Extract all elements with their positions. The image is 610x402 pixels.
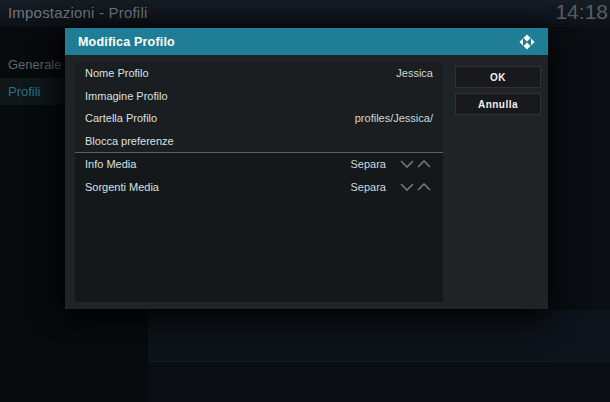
setting-value: profiles/Jessica/	[355, 112, 433, 124]
edit-profile-dialog: Modifica Profilo Nome Profilo Jessica Im…	[65, 28, 548, 309]
sidebar-item-label: Profili	[8, 84, 41, 99]
setting-label: Nome Profilo	[85, 67, 149, 79]
top-bar: Impostazioni - Profili 14:18	[0, 0, 610, 27]
setting-label: Info Media	[85, 158, 136, 170]
settings-group-profile: Nome Profilo Jessica Immagine Profilo Ca…	[75, 62, 443, 152]
background-highlight-band	[148, 310, 610, 362]
settings-group-media: Info Media Separa Sorgenti Media	[75, 153, 443, 198]
setting-label: Sorgenti Media	[85, 181, 159, 193]
setting-row-sorgenti-media[interactable]: Sorgenti Media Separa	[75, 176, 443, 199]
settings-list: Nome Profilo Jessica Immagine Profilo Ca…	[75, 62, 443, 302]
setting-label: Immagine Profilo	[85, 90, 168, 102]
setting-label: Blocca preferenze	[85, 135, 174, 147]
setting-value: Jessica	[396, 67, 433, 79]
setting-row-info-media[interactable]: Info Media Separa	[75, 153, 443, 176]
setting-label: Cartella Profilo	[85, 112, 157, 124]
window-title: Impostazioni - Profili	[8, 4, 147, 21]
sidebar-item-label: Generale	[8, 57, 61, 72]
spinner-value: Separa	[351, 158, 386, 170]
setting-row-blocca-preferenze[interactable]: Blocca preferenze	[75, 130, 443, 153]
spinner-controls[interactable]	[399, 158, 433, 170]
chevron-down-up-icon	[399, 181, 433, 193]
setting-row-cartella-profilo[interactable]: Cartella Profilo profiles/Jessica/	[75, 107, 443, 130]
dialog-title: Modifica Profilo	[78, 35, 519, 49]
spinner-controls[interactable]	[399, 181, 433, 193]
setting-row-immagine-profilo[interactable]: Immagine Profilo	[75, 85, 443, 108]
dialog-header: Modifica Profilo	[65, 28, 548, 55]
setting-row-nome-profilo[interactable]: Nome Profilo Jessica	[75, 62, 443, 85]
ok-button[interactable]: OK	[455, 66, 541, 88]
clock: 14:18	[555, 0, 608, 24]
cancel-button[interactable]: Annulla	[455, 93, 541, 115]
spinner-value: Separa	[351, 181, 386, 193]
kodi-logo-icon	[519, 34, 535, 50]
chevron-down-up-icon	[399, 158, 433, 170]
kodi-screen: Impostazioni - Profili 14:18 Generale Pr…	[0, 0, 610, 402]
